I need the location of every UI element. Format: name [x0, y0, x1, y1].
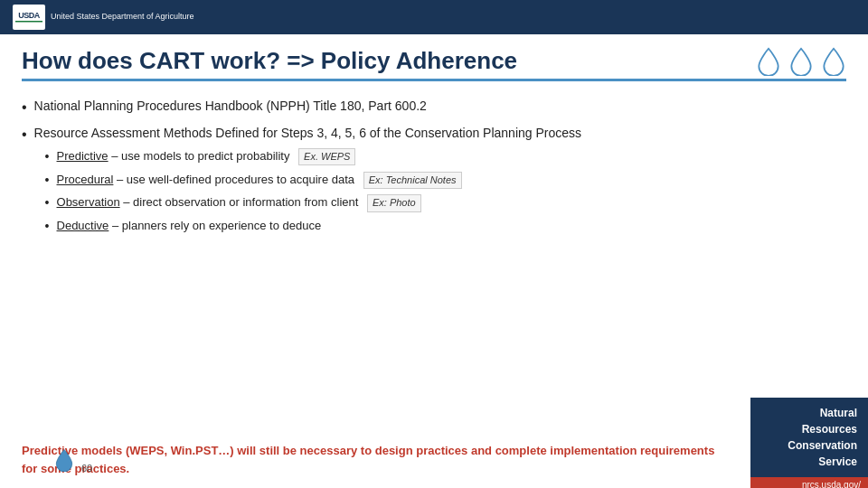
water-drop-icon-1	[756, 47, 781, 76]
bullet-item-1: • National Planning Procedures Handbook …	[22, 98, 723, 117]
bullet-dot-2: •	[22, 125, 27, 145]
nrcs-branding: Natural Resources Conservation Service n…	[732, 398, 868, 488]
sub-bullet-text-deductive: Deductive – planners rely on experience …	[57, 218, 322, 234]
observation-desc: – direct observation or information from…	[120, 195, 359, 209]
sub-bullet-predictive: • Predictive – use models to predict pro…	[45, 148, 581, 166]
sub-bullet-text-predictive: Predictive – use models to predict proba…	[57, 148, 356, 165]
sub-bullet-dot-deductive: •	[45, 218, 50, 236]
sub-bullet-deductive: • Deductive – planners rely on experienc…	[45, 218, 581, 236]
bullet-dot-1: •	[22, 98, 27, 117]
sub-bullet-list: • Predictive – use models to predict pro…	[45, 148, 581, 235]
ex-weps: Ex. WEPS	[298, 148, 355, 165]
page-number: 60	[81, 463, 92, 474]
sub-bullet-text-procedural: Procedural – use well-defined procedures…	[57, 172, 462, 189]
nrcs-line4: Service	[818, 455, 857, 468]
sub-bullet-dot-procedural: •	[45, 172, 50, 190]
top-right-decorative-icons	[756, 47, 846, 76]
sub-bullet-procedural: • Procedural – use well-defined procedur…	[45, 172, 581, 190]
water-drop-icon-2	[788, 47, 814, 76]
deductive-desc: – planners rely on experience to deduce	[108, 219, 321, 232]
main-bullet-list: • National Planning Procedures Handbook …	[22, 98, 723, 240]
svg-text:USDA: USDA	[18, 11, 41, 20]
sub-bullet-text-observation: Observation – direct observation or info…	[57, 194, 421, 211]
bottom-left-water-drop	[54, 448, 74, 475]
bullet-text-2: Resource Assessment Methods Defined for …	[34, 126, 581, 140]
bullet-item-2: • Resource Assessment Methods Defined fo…	[22, 125, 723, 240]
term-procedural: Procedural	[57, 173, 114, 186]
nrcs-line3: Conservation	[788, 439, 857, 452]
bottom-note: Predictive models (WEPS, Win.PST…) will …	[22, 442, 723, 477]
title-section: How does CART work? => Policy Adherence	[0, 34, 868, 89]
sub-bullet-dot-predictive: •	[45, 148, 50, 166]
water-drop-icon-bottom	[54, 448, 74, 472]
sub-bullet-observation: • Observation – direct observation or in…	[45, 194, 581, 212]
main-content: • National Planning Procedures Handbook …	[22, 98, 723, 434]
page-title: How does CART work? => Policy Adherence	[22, 47, 846, 75]
top-bar: USDA United States Department of Agricul…	[0, 0, 868, 34]
agency-label: United States Department of Agriculture	[51, 12, 194, 23]
ex-photo: Ex: Photo	[367, 194, 421, 211]
usda-logo: USDA United States Department of Agricul…	[13, 5, 194, 30]
water-drop-icon-3	[821, 47, 846, 76]
svg-rect-2	[15, 21, 42, 23]
bullet-text-1: National Planning Procedures Handbook (N…	[34, 98, 427, 116]
nrcs-url: nrcs.usda.gov/	[750, 477, 868, 488]
sub-bullet-dot-observation: •	[45, 194, 50, 212]
procedural-desc: – use well-defined procedures to acquire…	[113, 173, 354, 186]
term-observation: Observation	[57, 195, 120, 209]
ex-technical-notes: Ex: Technical Notes	[363, 172, 462, 189]
title-underline	[22, 79, 846, 81]
term-deductive: Deductive	[57, 219, 109, 232]
nrcs-line1: Natural	[820, 407, 857, 419]
predictive-desc: – use models to predict probability	[108, 149, 290, 163]
nrcs-line2: Resources	[802, 423, 857, 436]
bullet-content-2: Resource Assessment Methods Defined for …	[34, 125, 581, 240]
usda-emblem: USDA	[13, 5, 45, 30]
term-predictive: Predictive	[57, 149, 108, 163]
nrcs-text: Natural Resources Conservation Service	[750, 398, 868, 477]
